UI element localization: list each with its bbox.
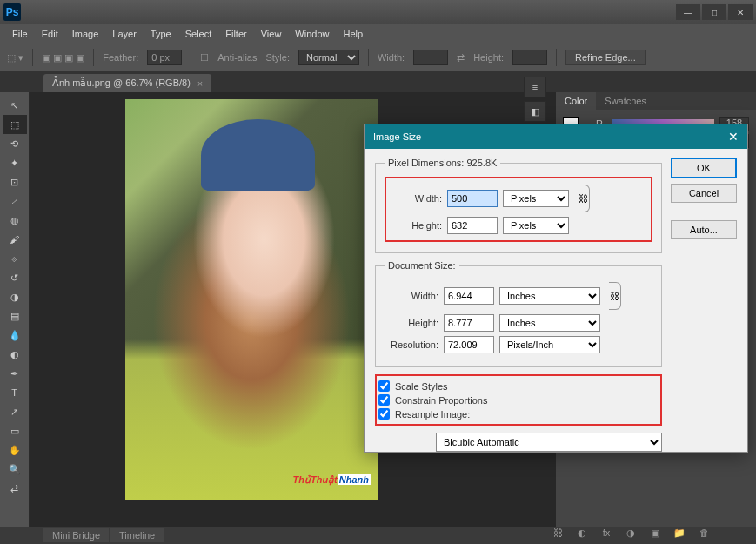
menu-select[interactable]: Select — [178, 26, 219, 42]
brush-tool[interactable]: 🖌 — [3, 230, 27, 249]
link-dimensions-icon[interactable]: ⛓ — [578, 185, 590, 212]
antialias-checkbox[interactable]: ☐ — [200, 52, 209, 64]
pen-tool[interactable]: ✒ — [3, 364, 27, 383]
doc-height-input[interactable] — [444, 314, 494, 332]
ok-button[interactable]: OK — [671, 158, 737, 178]
doc-width-input[interactable] — [444, 287, 494, 305]
minimize-button[interactable]: — — [676, 4, 700, 20]
image-content-hat — [201, 119, 315, 191]
panel-icon-2[interactable]: ◧ — [524, 101, 546, 122]
selection-mode-icons[interactable]: ▣ ▣ ▣ ▣ — [42, 52, 84, 64]
close-window-button[interactable]: ✕ — [728, 4, 753, 20]
dialog-close-icon[interactable]: ✕ — [728, 130, 739, 144]
auto-button[interactable]: Auto... — [671, 220, 737, 239]
resample-image-checkbox[interactable] — [378, 408, 390, 420]
document-tab[interactable]: Ảnh mẫu.png @ 66.7% (RGB/8) × — [43, 74, 211, 92]
px-height-label: Height: — [388, 220, 442, 231]
type-tool[interactable]: T — [3, 383, 27, 402]
menu-window[interactable]: Window — [288, 26, 336, 42]
px-height-unit-select[interactable]: Pixels — [503, 217, 569, 234]
footer-icon-4[interactable]: ◑ — [621, 525, 640, 541]
healing-brush-tool[interactable]: ◍ — [3, 211, 27, 230]
checkbox-highlight: Scale Styles Constrain Proportions Resam… — [375, 374, 662, 426]
blur-tool[interactable]: 💧 — [3, 326, 27, 345]
menu-file[interactable]: File — [5, 26, 35, 42]
crop-tool[interactable]: ⊡ — [3, 172, 27, 191]
feather-input[interactable] — [147, 50, 182, 65]
footer-icon-6[interactable]: 📁 — [670, 525, 689, 541]
menu-edit[interactable]: Edit — [35, 26, 65, 42]
tab-timeline[interactable]: Timeline — [110, 528, 164, 542]
document-tab-bar: Ảnh mẫu.png @ 66.7% (RGB/8) × — [0, 71, 756, 92]
maximize-button[interactable]: □ — [702, 4, 726, 20]
px-height-input[interactable] — [447, 217, 498, 234]
style-select[interactable]: Normal — [298, 50, 359, 65]
height-label: Height: — [473, 52, 504, 63]
dialog-title: Image Size — [373, 131, 421, 142]
gradient-tool[interactable]: ▤ — [3, 306, 27, 326]
tab-swatches[interactable]: Swatches — [596, 92, 655, 110]
dodge-tool[interactable]: ◐ — [3, 345, 27, 364]
hand-tool[interactable]: ✋ — [3, 440, 27, 460]
marquee-mode-icon[interactable]: ⬚ ▾ — [7, 52, 23, 64]
close-tab-icon[interactable]: × — [197, 78, 203, 89]
panel-icon-1[interactable]: ≡ — [524, 77, 546, 97]
dialog-titlebar[interactable]: Image Size ✕ — [365, 124, 747, 149]
resolution-label: Resolution: — [385, 339, 438, 350]
scale-styles-checkbox[interactable] — [378, 380, 390, 392]
width-label: Width: — [378, 52, 405, 63]
resolution-input[interactable] — [444, 336, 494, 353]
history-brush-tool[interactable]: ↺ — [3, 268, 27, 287]
px-width-unit-select[interactable]: Pixels — [503, 190, 569, 207]
doc-width-label: Width: — [385, 291, 438, 301]
height-input — [512, 50, 547, 65]
path-select-tool[interactable]: ↗ — [3, 402, 27, 421]
document-canvas[interactable]: ThủThuậtNhanh — [125, 99, 378, 500]
eyedropper-tool[interactable]: ⟋ — [3, 191, 27, 211]
cancel-button[interactable]: Cancel — [671, 184, 737, 203]
width-input — [413, 50, 448, 65]
swap-colors-icon[interactable]: ⇄ — [3, 479, 27, 498]
ps-logo-icon: Ps — [3, 3, 21, 21]
tab-mini-bridge[interactable]: Mini Bridge — [43, 528, 109, 542]
menu-view[interactable]: View — [254, 26, 289, 42]
tab-color[interactable]: Color — [556, 92, 596, 110]
resolution-unit-select[interactable]: Pixels/Inch — [499, 336, 600, 353]
shape-tool[interactable]: ▭ — [3, 421, 27, 440]
menu-type[interactable]: Type — [144, 26, 178, 42]
doc-height-label: Height: — [385, 318, 438, 328]
eraser-tool[interactable]: ◑ — [3, 287, 27, 306]
lasso-tool[interactable]: ⟲ — [3, 134, 27, 153]
watermark: ThủThuậtNhanh — [293, 467, 371, 487]
doc-width-unit-select[interactable]: Inches — [499, 287, 600, 305]
footer-icon-5[interactable]: ▣ — [646, 525, 665, 541]
zoom-tool[interactable]: 🔍 — [3, 460, 27, 479]
footer-icon-3[interactable]: fx — [597, 525, 616, 541]
refine-edge-button[interactable]: Refine Edge... — [565, 50, 646, 65]
link-doc-dimensions-icon[interactable]: ⛓ — [609, 282, 621, 310]
scale-styles-label: Scale Styles — [395, 381, 448, 392]
footer-icon-7[interactable]: 🗑 — [694, 525, 713, 541]
magic-wand-tool[interactable]: ✦ — [3, 153, 27, 172]
document-size-label: Document Size: — [385, 260, 459, 271]
resample-method-select[interactable]: Bicubic Automatic — [436, 433, 662, 452]
document-tab-title: Ảnh mẫu.png @ 66.7% (RGB/8) — [52, 77, 191, 89]
options-bar: ⬚ ▾ ▣ ▣ ▣ ▣ Feather: ☐ Anti-alias Style:… — [0, 44, 756, 71]
title-bar: Ps — □ ✕ — [0, 0, 756, 24]
panel-footer-icons: ⛓ ◐ fx ◑ ▣ 📁 🗑 — [548, 525, 713, 541]
doc-height-unit-select[interactable]: Inches — [499, 314, 600, 332]
clone-stamp-tool[interactable]: ⟐ — [3, 249, 27, 268]
marquee-tool[interactable]: ⬚ — [3, 115, 27, 134]
move-tool[interactable]: ↖ — [3, 96, 27, 115]
footer-icon-2[interactable]: ◐ — [572, 525, 592, 541]
menu-layer[interactable]: Layer — [105, 26, 144, 42]
pixel-dimensions-group: Pixel Dimensions: 925.8K Width: Pixels ⛓… — [375, 158, 662, 253]
footer-icon-1[interactable]: ⛓ — [548, 525, 567, 541]
pixel-dim-highlight: Width: Pixels ⛓ Height: Pixels — [385, 177, 652, 242]
px-width-input[interactable] — [447, 190, 498, 207]
menu-filter[interactable]: Filter — [218, 26, 253, 42]
constrain-proportions-checkbox[interactable] — [378, 394, 390, 406]
window-controls: — □ ✕ — [676, 4, 753, 20]
menu-help[interactable]: Help — [336, 26, 370, 42]
menu-image[interactable]: Image — [65, 26, 106, 42]
